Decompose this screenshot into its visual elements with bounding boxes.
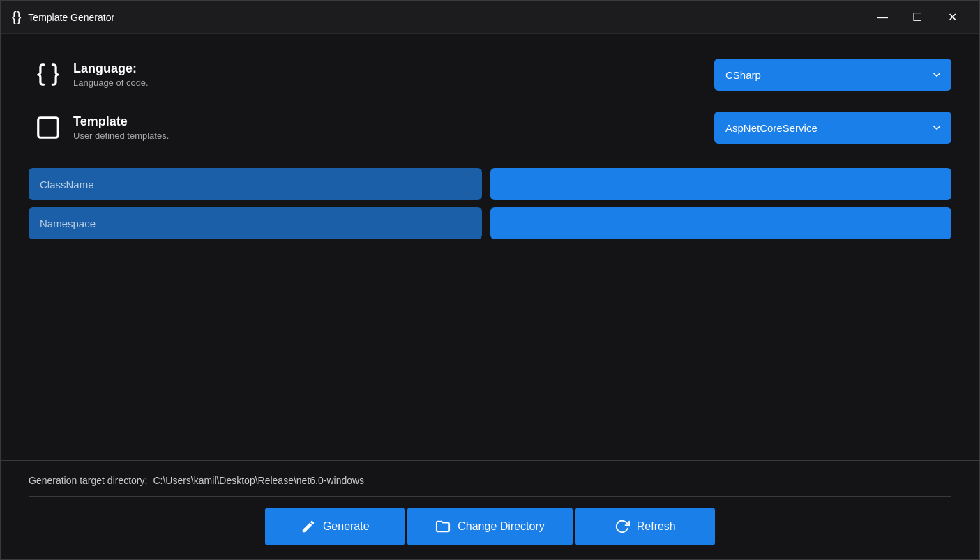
change-directory-label: Change Directory — [458, 520, 545, 533]
folder-icon — [435, 519, 451, 534]
directory-path: C:\Users\kamil\Desktop\Release\net6.0-wi… — [153, 475, 364, 486]
close-button[interactable]: ✕ — [936, 6, 968, 29]
template-dropdown[interactable]: AspNetCoreService ConsoleApp WebApi Clas… — [714, 112, 951, 144]
inputs-area — [29, 168, 951, 239]
namespace-value-container — [490, 207, 951, 239]
namespace-label-container — [29, 207, 482, 239]
refresh-label: Refresh — [637, 520, 676, 533]
window-controls: — ☐ ✕ — [866, 6, 968, 29]
classname-label — [29, 168, 482, 200]
classname-input[interactable] — [490, 168, 951, 200]
generate-label: Generate — [323, 520, 370, 533]
template-icon — [35, 114, 61, 141]
template-label: Template — [73, 114, 714, 129]
classname-row — [29, 168, 951, 200]
pencil-icon — [301, 519, 316, 534]
language-desc: Language of code. — [73, 77, 714, 88]
classname-label-container — [29, 168, 482, 200]
classname-value-container — [490, 168, 951, 200]
maximize-icon: ☐ — [912, 10, 922, 24]
main-content: Language: Language of code. CSharp Java … — [1, 34, 979, 460]
template-row: Template User defined templates. AspNetC… — [29, 108, 951, 147]
template-info: Template User defined templates. — [68, 114, 714, 141]
action-buttons: Generate Change Directory Refresh — [29, 497, 951, 559]
footer: Generation target directory: C:\Users\ka… — [1, 460, 979, 559]
app-icon: {} — [12, 9, 21, 25]
minimize-button[interactable]: — — [866, 6, 898, 29]
namespace-input[interactable] — [490, 207, 951, 239]
change-directory-button[interactable]: Change Directory — [407, 508, 573, 545]
content-spacer — [29, 239, 951, 446]
language-label: Language: — [73, 61, 714, 76]
titlebar: {} Template Generator — ☐ ✕ — [1, 1, 979, 34]
namespace-row — [29, 207, 951, 239]
template-desc: User defined templates. — [73, 130, 714, 141]
minimize-icon: — — [877, 11, 888, 24]
refresh-icon — [615, 519, 630, 534]
window-title: Template Generator — [28, 12, 114, 23]
refresh-button[interactable]: Refresh — [575, 508, 715, 545]
titlebar-left: {} Template Generator — [12, 9, 114, 25]
directory-info: Generation target directory: C:\Users\ka… — [29, 469, 951, 497]
maximize-button[interactable]: ☐ — [901, 6, 933, 29]
generate-button[interactable]: Generate — [265, 508, 405, 545]
language-dropdown-container: CSharp Java Python TypeScript JavaScript — [714, 59, 951, 91]
braces-icon — [35, 61, 61, 88]
close-icon: ✕ — [948, 10, 957, 24]
language-info: Language: Language of code. — [68, 61, 714, 88]
template-icon-container — [29, 108, 68, 147]
language-icon-container — [29, 55, 68, 94]
language-row: Language: Language of code. CSharp Java … — [29, 55, 951, 94]
svg-rect-0 — [38, 118, 59, 138]
namespace-label — [29, 207, 482, 239]
directory-label: Generation target directory: — [29, 475, 147, 486]
language-dropdown[interactable]: CSharp Java Python TypeScript JavaScript — [714, 59, 951, 91]
main-window: {} Template Generator — ☐ ✕ — [0, 0, 980, 560]
template-dropdown-container: AspNetCoreService ConsoleApp WebApi Clas… — [714, 112, 951, 144]
